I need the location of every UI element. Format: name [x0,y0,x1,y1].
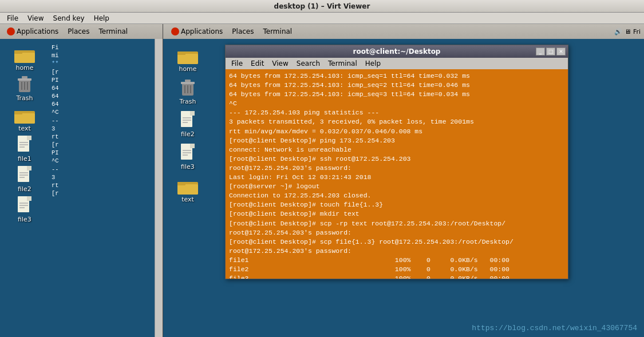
left-icon-trash[interactable]: Trash [5,74,45,102]
right-icon-text-label: text [181,196,194,203]
fm-line: rt [52,181,152,189]
terminal-line: [root@server ~]# logout [229,182,564,191]
left-icon-file3-label: file3 [18,216,31,223]
trash-icon-left [14,74,35,94]
right-icon-text[interactable]: text [168,175,208,203]
menu-view[interactable]: View [24,14,47,23]
right-home-folder-icon [176,45,199,65]
svg-rect-32 [177,51,185,55]
menu-file[interactable]: File [3,14,22,23]
fm-line: ^C [52,108,152,116]
left-icon-text-label: text [18,125,31,132]
left-scrollbar[interactable] [155,39,163,337]
left-icon-file2[interactable]: file2 [5,165,45,193]
left-terminal-label: Terminal [98,27,128,35]
terminal-line: connect: Network is unreachable [229,145,564,154]
left-applications[interactable]: Applications [2,26,63,37]
fm-line: 3 [52,173,152,181]
left-applications-label: Applications [17,27,58,35]
terminal-line: --- 172.25.254.103 ping statistics --- [229,108,564,117]
terminal-menu-search[interactable]: Search [293,59,323,68]
fm-line: -- [52,165,152,173]
virt-viewer-title: desktop (1) – Virt Viewer [274,2,370,10]
right-places-label: Places [232,27,254,35]
fm-line: Fi [52,43,152,51]
text-folder-icon [13,104,36,125]
right-icon-file3-label: file3 [181,163,195,171]
fm-line: PI [52,76,152,84]
terminal-maximize-btn[interactable]: □ [546,47,555,55]
left-icon-file1-label: file1 [18,155,31,162]
left-icon-file3[interactable]: file3 [5,195,45,223]
terminal-title: root@client:~/Desktop [353,47,441,55]
terminal-line: file1 100% 0 0.0KB/s 00:00 [229,256,564,265]
terminal-menu-help[interactable]: Help [362,59,384,68]
right-icon-home-label: home [179,65,196,73]
watermark: https://blog.csdn.net/weixin_43067754 [472,324,637,332]
right-icon-file2-label: file2 [181,130,195,138]
right-topbar: Applications Places Terminal 🔊 🖥 Fri [163,24,644,39]
terminal-line: Last login: Fri Oct 12 03:21:43 2018 [229,173,564,182]
svg-rect-26 [27,196,31,201]
left-terminal[interactable]: Terminal [94,26,132,37]
right-icon-file2[interactable]: file2 [168,110,208,138]
right-icon-trash[interactable]: Trash [168,77,208,105]
terminal-line: Connection to 172.25.254.203 closed. [229,191,564,200]
svg-rect-10 [14,113,35,124]
terminal-line: root@172.25.254.203's password: [229,164,564,173]
terminal-line: [root@client Desktop]# ping 173.25.254.2… [229,136,564,145]
left-icon-file2-label: file2 [18,185,31,193]
terminal-line: [root@client Desktop]# scp file{1..3} ro… [229,237,564,247]
terminal-close-btn[interactable]: ✕ [556,47,566,55]
fm-line: -- [52,117,152,125]
right-applications[interactable]: Applications [167,26,227,37]
terminal-content[interactable]: 64 bytes from 172.25.254.103: icmp_seq=1… [226,69,568,279]
left-icon-text[interactable]: text [5,104,45,132]
fm-line: [r [52,68,152,76]
left-places[interactable]: Places [63,26,94,37]
svg-rect-52 [177,184,198,195]
left-icons-col: home Trash [0,39,49,337]
terminal-menu-edit[interactable]: Edit [247,59,267,68]
left-desktop-area: Applications Places Terminal [0,24,163,337]
fm-line: 3 [52,125,152,133]
home-folder-icon [13,43,36,64]
terminal-line: [root@client Desktop]# touch file{1..3} [229,200,564,209]
file3-icon-left [15,195,34,216]
right-app-icon [171,27,179,35]
terminal-minimize-btn[interactable]: _ [536,47,545,55]
left-icon-home[interactable]: home [5,43,45,72]
terminal-menu-file[interactable]: File [228,59,246,68]
menu-help[interactable]: Help [90,14,113,23]
left-places-label: Places [68,27,89,35]
svg-rect-34 [181,82,195,84]
svg-rect-47 [190,144,195,148]
fm-line: 64 [52,84,152,92]
inner-content: Applications Places Terminal [0,24,644,337]
terminal-menu-view[interactable]: View [268,59,291,68]
terminal-line: 64 bytes from 172.25.254.103: icmp_seq=3… [229,90,564,99]
right-terminal-menu[interactable]: Terminal [258,26,297,37]
fm-line: 64 [52,100,152,108]
left-icon-file1[interactable]: file1 [5,134,45,162]
svg-rect-35 [185,80,191,82]
svg-rect-1 [14,53,35,63]
svg-rect-14 [27,136,31,140]
fm-line: PI [52,149,152,157]
right-icon-file3[interactable]: file3 [168,142,208,171]
terminal-menu-bar: File Edit View Search Terminal Help [226,58,568,69]
trash-icon-right [177,77,198,98]
right-applications-label: Applications [181,27,223,35]
fm-line: mi [52,51,152,60]
terminal-menu-terminal[interactable]: Terminal [325,59,361,68]
menu-sendkey[interactable]: Send key [50,14,88,23]
svg-rect-11 [14,111,22,114]
right-file2-icon [179,110,197,130]
left-icon-home-label: home [15,64,33,72]
right-icon-home[interactable]: home [168,45,208,73]
right-places[interactable]: Places [227,26,258,37]
virt-viewer-menu-bar: File View Send key Help [0,13,644,24]
terminal-line: root@172.25.254.203's password: [229,228,564,237]
terminal-window: root@client:~/Desktop _ □ ✕ File Edit Vi… [225,45,568,279]
right-icon-trash-label: Trash [179,98,196,105]
